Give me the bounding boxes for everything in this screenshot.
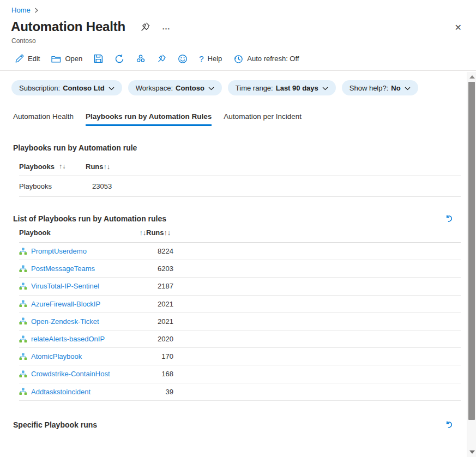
playbook-link[interactable]: PostMessageTeams — [31, 264, 95, 273]
runs-cell: 8224 — [146, 247, 173, 255]
toolbar-divider — [0, 70, 476, 71]
time-range-pill[interactable]: Time range: Last 90 days — [228, 80, 336, 95]
subscription-pill[interactable]: Subscription: Contoso Ltd — [11, 80, 122, 95]
column-label: Playbooks — [19, 163, 55, 171]
workbook-content: Subscription: Contoso Ltd Workspace: Con… — [0, 80, 467, 429]
feedback-button[interactable] — [178, 54, 188, 64]
column-header-playbooks[interactable]: Playbooks ↑↓ — [19, 163, 86, 171]
history-clock-icon — [233, 54, 243, 64]
table-row[interactable]: Playbooks 23053 — [19, 176, 461, 197]
playbook-name-cell: AtomicPlaybook — [19, 352, 146, 360]
playbook-link[interactable]: AzureFirewall-BlockIP — [31, 300, 100, 308]
summary-table: Playbooks ↑↓ Runs↑↓ Playbooks 23053 — [19, 157, 461, 197]
table-row[interactable]: Open-Zendesk-Ticket 2021 — [19, 313, 461, 330]
title-row: Automation Health … — [0, 14, 476, 34]
save-button[interactable] — [94, 54, 103, 63]
playbook-link[interactable]: Crowdstrike-ContainHost — [31, 370, 110, 378]
playbook-name-cell: AzureFirewall-BlockIP — [19, 300, 146, 308]
tab-bar: Automation Health Playbooks run by Autom… — [13, 112, 467, 126]
sort-arrows-icon[interactable]: ↑↓ — [59, 163, 66, 171]
logic-app-icon — [19, 335, 27, 343]
table-row[interactable]: AzureFirewall-BlockIP 2021 — [19, 296, 461, 313]
share-button[interactable] — [136, 54, 146, 63]
rerun-query-icon[interactable] — [444, 420, 454, 429]
page-title: Automation Health — [11, 19, 125, 34]
pill-label: Workspace: — [136, 84, 173, 92]
help-label: Help — [208, 55, 222, 63]
playbook-link[interactable]: VirusTotal-IP-Sentinel — [31, 282, 99, 290]
close-icon[interactable]: ✕ — [455, 23, 462, 32]
column-header-playbook[interactable]: Playbook ↑↓ — [19, 229, 146, 237]
logic-app-icon — [19, 388, 27, 395]
playbook-table: Playbook ↑↓ Runs↑↓ PromptUserdemo 8224 P… — [19, 224, 461, 401]
vertical-scrollbar[interactable] — [467, 72, 476, 457]
runs-cell: 6203 — [146, 264, 173, 273]
logic-app-icon — [19, 317, 27, 325]
sort-arrows-icon[interactable]: ↑↓ — [140, 229, 147, 237]
toolbar: Edit Open — [0, 45, 476, 65]
pill-label: Time range: — [236, 84, 273, 92]
pencil-icon — [15, 54, 24, 63]
column-header-runs[interactable]: Runs↑↓ — [86, 163, 151, 171]
rerun-query-icon[interactable] — [444, 214, 454, 223]
playbook-name-cell: Addtaskstoincident — [19, 388, 146, 396]
pin-icon[interactable] — [140, 22, 150, 32]
playbook-link[interactable]: Addtaskstoincident — [31, 388, 91, 396]
specific-playbook-runs-section-header: Specific Playbook runs — [13, 420, 454, 429]
sort-arrows-icon[interactable]: ↑↓ — [104, 163, 111, 171]
tab-playbooks-run-by-automation-rules[interactable]: Playbooks run by Automation Rules — [86, 112, 212, 126]
more-options-icon[interactable]: … — [162, 24, 171, 29]
parameter-pills: Subscription: Contoso Ltd Workspace: Con… — [11, 80, 467, 95]
summary-section-header: Playbooks run by Automation rule — [13, 143, 454, 152]
playbook-name-cell: relateAlerts-basedOnIP — [19, 335, 146, 343]
breadcrumb-home-link[interactable]: Home — [11, 6, 31, 14]
scrollbar-thumb[interactable] — [468, 82, 475, 420]
table-row[interactable]: Crowdstrike-ContainHost 168 — [19, 365, 461, 383]
playbook-name-cell: PostMessageTeams — [19, 264, 146, 273]
logic-app-icon — [19, 353, 27, 360]
playbook-link[interactable]: PromptUserdemo — [31, 247, 87, 255]
help-button[interactable]: ? Help — [199, 54, 222, 63]
logic-app-icon — [19, 248, 27, 255]
pill-label: Show help?: — [350, 84, 389, 92]
playbook-link[interactable]: AtomicPlaybook — [31, 352, 82, 360]
show-help-pill[interactable]: Show help?: No — [342, 80, 418, 95]
runs-cell: 2020 — [146, 335, 173, 343]
section-title: Specific Playbook runs — [13, 420, 97, 429]
edit-label: Edit — [28, 55, 40, 63]
question-mark-icon: ? — [199, 54, 203, 63]
edit-button[interactable]: Edit — [15, 54, 40, 63]
chevron-down-icon — [405, 87, 411, 91]
table-row[interactable]: AtomicPlaybook 170 — [19, 348, 461, 365]
runs-cell: 2021 — [146, 300, 173, 308]
playbook-name-cell: Crowdstrike-ContainHost — [19, 370, 146, 378]
tab-automation-per-incident[interactable]: Automation per Incident — [224, 112, 302, 126]
scroll-down-arrow-icon[interactable] — [469, 450, 475, 454]
pill-value: Contoso — [176, 84, 204, 92]
refresh-icon — [115, 54, 124, 64]
tab-automation-health[interactable]: Automation Health — [13, 112, 74, 126]
open-button[interactable]: Open — [51, 55, 82, 63]
pill-value: No — [391, 84, 400, 92]
playbook-name-cell: PromptUserdemo — [19, 247, 146, 255]
pin-to-dashboard-button[interactable] — [157, 54, 166, 63]
pill-value: Last 90 days — [276, 84, 318, 92]
refresh-button[interactable] — [115, 54, 124, 64]
column-label: Runs — [86, 163, 104, 171]
auto-refresh-button[interactable]: Auto refresh: Off — [233, 54, 299, 64]
sort-arrows-icon[interactable]: ↑↓ — [164, 229, 171, 237]
open-label: Open — [65, 55, 82, 63]
table-row[interactable]: Addtaskstoincident 39 — [19, 383, 461, 401]
workspace-pill[interactable]: Workspace: Contoso — [128, 80, 222, 95]
playbook-link[interactable]: relateAlerts-basedOnIP — [31, 335, 105, 343]
column-header-runs[interactable]: Runs↑↓ — [146, 229, 173, 237]
table-row[interactable]: VirusTotal-IP-Sentinel 2187 — [19, 278, 461, 295]
playbook-link[interactable]: Open-Zendesk-Ticket — [31, 317, 99, 326]
table-row[interactable]: PostMessageTeams 6203 — [19, 260, 461, 278]
table-row[interactable]: relateAlerts-basedOnIP 2020 — [19, 330, 461, 348]
column-label: Runs — [146, 229, 164, 237]
table-row[interactable]: PromptUserdemo 8224 — [19, 243, 461, 260]
section-title: List of Playbooks run by Automation rule… — [13, 214, 166, 223]
scroll-up-arrow-icon[interactable] — [469, 75, 475, 79]
runs-cell: 2187 — [146, 282, 173, 290]
